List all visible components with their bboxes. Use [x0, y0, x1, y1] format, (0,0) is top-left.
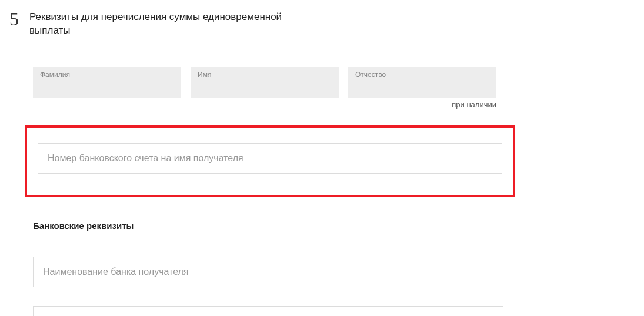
firstname-label: Имя — [198, 71, 211, 79]
patronymic-hint: при наличии — [452, 100, 496, 109]
patronymic-field[interactable]: Отчество — [348, 67, 496, 98]
account-number-field[interactable] — [38, 143, 502, 174]
bank-section-title: Банковские реквизиты — [33, 221, 620, 231]
surname-label: Фамилия — [40, 71, 70, 79]
highlighted-account-block — [25, 125, 515, 197]
section-header: 5 Реквизиты для перечисления суммы едино… — [0, 0, 644, 38]
patronymic-label: Отчество — [355, 71, 386, 79]
name-row: Фамилия Имя Отчество — [33, 67, 620, 98]
bank-corr-field[interactable] — [33, 306, 503, 316]
patronymic-hint-row: при наличии — [33, 100, 496, 109]
section-title: Реквизиты для перечисления суммы единовр… — [29, 9, 323, 38]
bank-name-field-wrap — [33, 257, 503, 287]
surname-field[interactable]: Фамилия — [33, 67, 181, 98]
bank-corr-field-wrap — [33, 306, 503, 316]
bank-name-field[interactable] — [33, 257, 503, 287]
firstname-field[interactable]: Имя — [191, 67, 339, 98]
section-number: 5 — [9, 9, 19, 28]
account-number-input[interactable] — [48, 153, 492, 164]
form-area: Фамилия Имя Отчество при наличии Банковс… — [0, 67, 644, 316]
bank-name-input[interactable] — [43, 267, 493, 277]
